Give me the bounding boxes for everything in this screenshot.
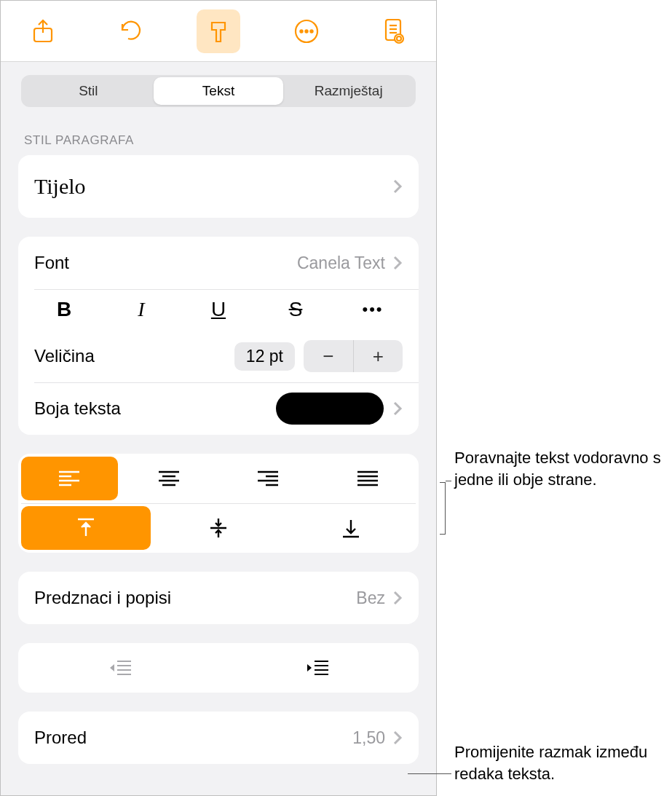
bullets-lists-value: Bez	[356, 588, 385, 608]
format-tabs: Stil Tekst Razmještaj	[21, 75, 416, 107]
format-panel: Stil Tekst Razmještaj STIL PARAGRAFA Tij…	[0, 0, 437, 796]
text-color-row[interactable]: Boja teksta	[18, 382, 419, 435]
text-color-label: Boja teksta	[34, 398, 121, 419]
valign-top-button[interactable]	[21, 506, 151, 550]
size-stepper: − +	[304, 340, 403, 372]
indent-card	[18, 643, 419, 693]
callout-bracket	[440, 482, 446, 535]
undo-button[interactable]	[109, 9, 153, 53]
horizontal-alignment-row	[18, 454, 419, 503]
font-label: Font	[34, 253, 69, 273]
bullets-lists-card: Predznaci i popisi Bez	[18, 572, 419, 624]
callout-leader	[446, 481, 451, 481]
svg-point-3	[305, 30, 307, 32]
font-row[interactable]: Font Canela Text	[18, 237, 419, 289]
bullets-lists-label: Predznaci i popisi	[34, 588, 171, 608]
line-spacing-row[interactable]: Prored 1,50	[18, 712, 419, 764]
paragraph-style-card: Tijelo	[18, 155, 419, 218]
top-toolbar	[1, 1, 436, 62]
callout-leader	[408, 773, 451, 774]
paragraph-style-row[interactable]: Tijelo	[18, 155, 419, 218]
text-style-row: B I U S •••	[18, 289, 419, 330]
align-justify-button[interactable]	[320, 457, 416, 500]
font-card: Font Canela Text B I U S ••• Veličina 12…	[18, 237, 419, 435]
line-spacing-value: 1,50	[352, 728, 385, 748]
alignment-card	[18, 454, 419, 553]
text-style-more-button[interactable]: •••	[334, 289, 411, 330]
paragraph-style-value: Tijelo	[34, 174, 86, 199]
indent-row	[18, 643, 419, 693]
align-left-button[interactable]	[21, 457, 118, 500]
italic-button[interactable]: I	[103, 289, 180, 330]
indent-button[interactable]	[218, 646, 416, 690]
size-decrease-button[interactable]: −	[304, 340, 354, 372]
vertical-alignment-row	[18, 503, 419, 553]
outdent-button[interactable]	[21, 646, 218, 690]
share-button[interactable]	[21, 9, 65, 53]
more-button[interactable]	[285, 9, 328, 53]
strikethrough-button[interactable]: S	[257, 289, 334, 330]
tab-layout[interactable]: Razmještaj	[283, 77, 414, 105]
align-center-button[interactable]	[121, 457, 218, 500]
bold-button[interactable]: B	[25, 289, 103, 330]
format-brush-button[interactable]	[197, 9, 240, 53]
chevron-right-icon	[392, 590, 403, 606]
size-increase-button[interactable]: +	[354, 340, 403, 372]
align-right-button[interactable]	[220, 457, 317, 500]
underline-button[interactable]: U	[180, 289, 257, 330]
svg-point-2	[300, 30, 302, 32]
tab-text[interactable]: Tekst	[154, 77, 284, 105]
line-spacing-card: Prored 1,50	[18, 712, 419, 764]
bullets-lists-row[interactable]: Predznaci i popisi Bez	[18, 572, 419, 624]
chevron-right-icon	[392, 730, 403, 746]
paragraph-style-section-label: STIL PARAGRAFA	[24, 133, 413, 148]
line-spacing-label: Prored	[34, 728, 87, 748]
callout-align: Poravnajte tekst vodoravno s jedne ili o…	[454, 447, 665, 490]
callout-spacing: Promijenite razmak između redaka teksta.	[454, 741, 670, 784]
font-value: Canela Text	[297, 253, 385, 273]
chevron-right-icon	[392, 401, 403, 417]
valign-middle-button[interactable]	[154, 506, 283, 550]
valign-bottom-button[interactable]	[286, 506, 416, 550]
text-color-swatch[interactable]	[276, 393, 384, 425]
svg-point-9	[395, 34, 403, 43]
chevron-right-icon	[392, 255, 403, 271]
document-view-button[interactable]	[372, 9, 416, 53]
size-row: Veličina 12 pt − +	[18, 330, 419, 382]
svg-point-4	[310, 30, 312, 32]
size-label: Veličina	[34, 346, 95, 366]
chevron-right-icon	[392, 178, 403, 194]
size-value[interactable]: 12 pt	[234, 342, 295, 371]
tab-style[interactable]: Stil	[23, 77, 154, 105]
